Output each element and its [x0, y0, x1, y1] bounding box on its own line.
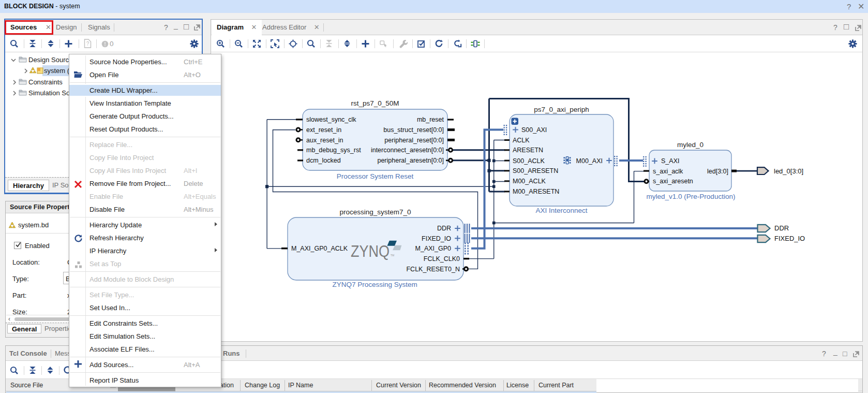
svg-text:FCLK_RESET0_N: FCLK_RESET0_N [406, 266, 460, 273]
svg-text:s_axi_aclk: s_axi_aclk [653, 168, 683, 175]
svg-text:S00_ACLK: S00_ACLK [513, 157, 545, 165]
svg-text:M00_ACLK: M00_ACLK [513, 178, 546, 185]
svg-text:dcm_locked: dcm_locked [306, 157, 341, 164]
svg-text:led[3:0]: led[3:0] [707, 168, 728, 175]
svg-text:S00_ARESETN: S00_ARESETN [513, 167, 558, 174]
svg-text:rst_ps7_0_50M: rst_ps7_0_50M [351, 99, 399, 107]
svg-text:FCLK_CLK0: FCLK_CLK0 [424, 255, 460, 263]
svg-text:ext_reset_in: ext_reset_in [306, 126, 341, 134]
svg-text:DDR: DDR [437, 225, 451, 232]
svg-text:M_AXI_GP0: M_AXI_GP0 [415, 245, 452, 252]
svg-text:aux_reset_in: aux_reset_in [306, 137, 343, 144]
svg-text:ps7_0_axi_periph: ps7_0_axi_periph [534, 106, 589, 113]
svg-text:M00_ARESETN: M00_ARESETN [513, 188, 559, 195]
svg-text:s_axi_aresetn: s_axi_aresetn [653, 178, 693, 185]
svg-text:ACLK: ACLK [513, 137, 530, 144]
svg-text:interconnect_aresetn[0:0]: interconnect_aresetn[0:0] [371, 147, 444, 154]
svg-text:AXI Interconnect: AXI Interconnect [536, 207, 588, 214]
svg-text:DDR: DDR [774, 224, 789, 232]
svg-text:FIXED_IO: FIXED_IO [422, 235, 451, 242]
svg-text:mb_reset: mb_reset [417, 116, 444, 123]
svg-text:myled_0: myled_0 [677, 141, 704, 149]
svg-text:bus_struct_reset[0:0]: bus_struct_reset[0:0] [383, 126, 444, 134]
svg-text:FIXED_IO: FIXED_IO [774, 235, 805, 242]
svg-text:ARESETN: ARESETN [513, 147, 543, 154]
svg-text:myled_v1.0 (Pre-Production): myled_v1.0 (Pre-Production) [647, 193, 736, 200]
svg-text:M00_AXI: M00_AXI [576, 157, 603, 165]
svg-text:processing_system7_0: processing_system7_0 [339, 208, 411, 216]
svg-text:Processor System Reset: Processor System Reset [337, 172, 414, 180]
svg-text:TM: TM [391, 254, 394, 257]
svg-text:S_AXI: S_AXI [661, 157, 679, 165]
svg-text:led_0[3:0]: led_0[3:0] [774, 167, 803, 175]
svg-text:ZYNQ7 Processing System: ZYNQ7 Processing System [333, 281, 417, 288]
svg-text:slowest_sync_clk: slowest_sync_clk [306, 116, 356, 123]
svg-text:mb_debug_sys_rst: mb_debug_sys_rst [306, 147, 361, 154]
svg-text:S00_AXI: S00_AXI [521, 126, 547, 134]
svg-text:ZYNQ: ZYNQ [351, 242, 390, 260]
svg-text:M_AXI_GP0_ACLK: M_AXI_GP0_ACLK [291, 245, 348, 252]
svg-text:peripheral_aresetn[0:0]: peripheral_aresetn[0:0] [377, 157, 444, 164]
svg-text:peripheral_reset[0:0]: peripheral_reset[0:0] [384, 137, 444, 144]
